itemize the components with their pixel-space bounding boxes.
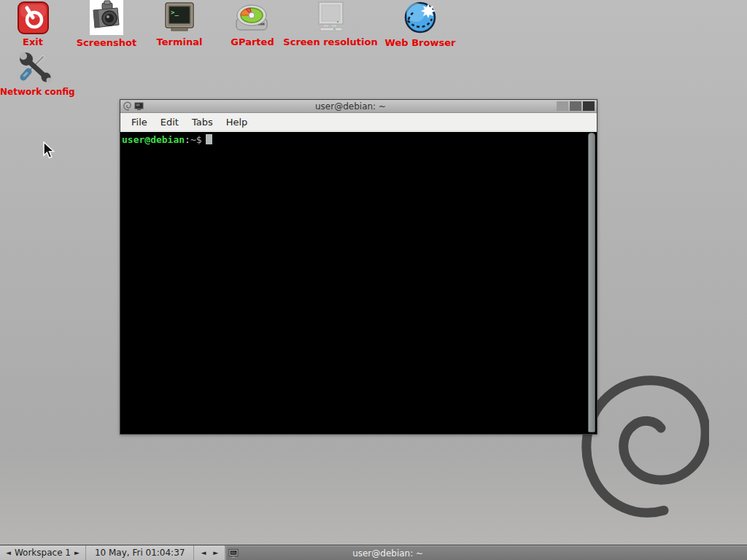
camera-icon [88,0,125,35]
mouse-cursor [42,141,58,160]
icon-label: Web Browser [378,37,462,48]
prompt-user: user@debian [122,134,185,145]
icon-label: Terminal [150,36,209,47]
prev-workspace-icon[interactable]: ◄ [2,549,15,556]
close-button[interactable] [583,101,595,111]
terminal-window: user@debian: ~ File Edit Tabs Help user@… [120,99,597,435]
menu-file[interactable]: File [125,114,154,130]
task-button-label: user@debian: ~ [240,548,747,559]
desktop-icon-network-config[interactable]: Network config [0,50,70,98]
prompt-separator: : [185,134,190,145]
icon-label: Screenshot [76,37,137,48]
taskbar: ◄ Workspace 1 ► 10 May, Fri 01:04:37 ◄ ►… [0,545,747,560]
window-terminal-icon [134,101,144,111]
tasklist-scroll-left-icon[interactable]: ◄ [197,549,209,556]
minimize-button[interactable] [557,101,568,111]
icon-label: GParted [223,36,282,47]
icon-label: Screen resolution [283,36,378,47]
window-titlebar[interactable]: user@debian: ~ [120,100,597,113]
power-icon [18,1,49,34]
tools-icon [17,50,53,85]
next-workspace-icon[interactable]: ► [71,549,83,556]
icon-label: Exit [7,36,58,47]
menu-help[interactable]: Help [220,114,255,130]
task-terminal-icon [228,548,239,559]
desktop-icon-exit[interactable]: Exit [7,1,58,47]
tasklist-scroll-right-icon[interactable]: ► [209,549,222,556]
debian-swirl-watermark [578,361,709,521]
terminal-scrollbar[interactable] [587,133,596,432]
terminal-cursor [206,134,212,144]
globe-icon [403,0,438,35]
terminal-icon: >_ [163,1,196,34]
workspace-label: Workspace 1 [15,548,71,558]
scrollbar-thumb[interactable] [588,133,595,432]
desktop-icon-gparted[interactable]: GParted [223,2,282,47]
prompt-symbol: $ [196,134,202,145]
window-title: user@debian: ~ [146,100,555,113]
desktop-icon-screen-resolution[interactable]: Screen resolution [283,1,378,47]
maximize-button[interactable] [570,101,581,111]
terminal-menubar: File Edit Tabs Help [120,113,597,131]
monitor-icon [313,1,348,34]
menu-tabs[interactable]: Tabs [185,114,220,130]
desktop-icon-web-browser[interactable]: Web Browser [378,0,462,48]
workspace-switcher[interactable]: ◄ Workspace 1 ► [0,545,86,560]
svg-text:>_: >_ [171,9,179,16]
debian-swirl-icon [123,101,132,111]
disk-partition-icon [235,2,270,34]
prompt-path: ~ [190,134,196,145]
icon-label: Network config [0,87,70,98]
desktop-icon-terminal[interactable]: >_ Terminal [150,1,209,47]
desktop-icon-screenshot[interactable]: Screenshot [76,0,137,48]
tasklist-scroll-buttons: ◄ ► [194,545,225,560]
task-button-terminal[interactable]: user@debian: ~ [225,545,747,560]
taskbar-clock: 10 May, Fri 01:04:37 [86,545,195,560]
terminal-screen[interactable]: user@debian:~$ [120,132,597,434]
clock-text: 10 May, Fri 01:04:37 [95,548,185,558]
menu-edit[interactable]: Edit [154,114,185,130]
